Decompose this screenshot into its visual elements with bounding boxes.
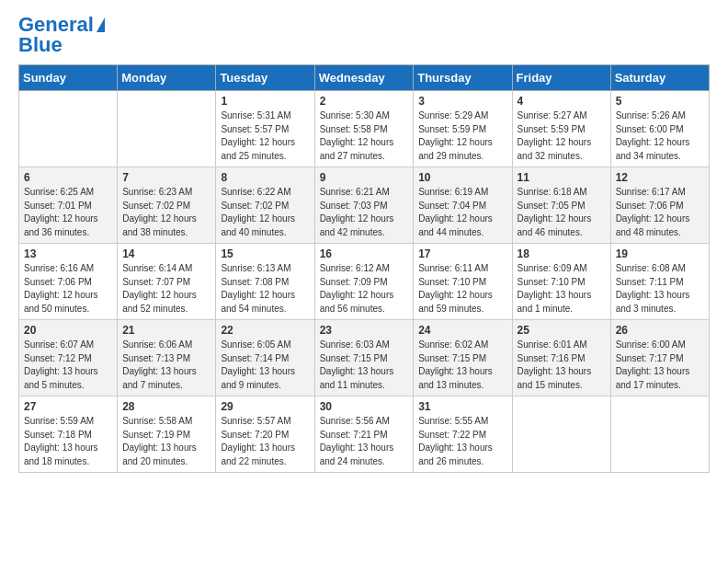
day-number: 26	[616, 324, 704, 337]
calendar-cell: 22Sunrise: 6:05 AM Sunset: 7:14 PM Dayli…	[216, 320, 314, 396]
day-number: 30	[320, 400, 409, 413]
calendar-cell: 19Sunrise: 6:08 AM Sunset: 7:11 PM Dayli…	[610, 244, 709, 320]
calendar-cell: 7Sunrise: 6:23 AM Sunset: 7:02 PM Daylig…	[118, 167, 216, 244]
day-number: 15	[221, 247, 309, 260]
calendar-cell: 16Sunrise: 6:12 AM Sunset: 7:09 PM Dayli…	[314, 244, 414, 320]
calendar-cell: 28Sunrise: 5:58 AM Sunset: 7:19 PM Dayli…	[118, 396, 216, 473]
calendar-week-row: 1Sunrise: 5:31 AM Sunset: 5:57 PM Daylig…	[19, 91, 710, 167]
calendar-cell: 13Sunrise: 6:16 AM Sunset: 7:06 PM Dayli…	[19, 244, 118, 320]
day-number: 10	[418, 171, 506, 184]
day-info: Sunrise: 5:58 AM Sunset: 7:19 PM Dayligh…	[122, 415, 210, 468]
calendar-cell: 3Sunrise: 5:29 AM Sunset: 5:59 PM Daylig…	[414, 91, 512, 167]
day-info: Sunrise: 6:05 AM Sunset: 7:14 PM Dayligh…	[221, 339, 309, 392]
day-info: Sunrise: 6:16 AM Sunset: 7:06 PM Dayligh…	[24, 262, 112, 316]
calendar-cell: 30Sunrise: 5:56 AM Sunset: 7:21 PM Dayli…	[314, 396, 414, 473]
calendar-cell: 1Sunrise: 5:31 AM Sunset: 5:57 PM Daylig…	[216, 91, 314, 167]
day-number: 20	[24, 324, 112, 337]
calendar-cell: 4Sunrise: 5:27 AM Sunset: 5:59 PM Daylig…	[512, 91, 610, 167]
day-info: Sunrise: 5:55 AM Sunset: 7:22 PM Dayligh…	[418, 415, 506, 468]
day-number: 28	[122, 400, 210, 413]
calendar-cell: 8Sunrise: 6:22 AM Sunset: 7:02 PM Daylig…	[216, 167, 314, 244]
calendar-week-row: 27Sunrise: 5:59 AM Sunset: 7:18 PM Dayli…	[19, 396, 710, 473]
day-info: Sunrise: 6:13 AM Sunset: 7:08 PM Dayligh…	[221, 262, 309, 316]
logo-triangle-icon	[97, 17, 105, 32]
day-number: 17	[418, 247, 506, 260]
day-number: 3	[418, 95, 506, 108]
calendar-cell: 10Sunrise: 6:19 AM Sunset: 7:04 PM Dayli…	[414, 167, 512, 244]
calendar-cell	[118, 91, 216, 167]
day-info: Sunrise: 6:09 AM Sunset: 7:10 PM Dayligh…	[518, 262, 606, 316]
calendar-cell: 12Sunrise: 6:17 AM Sunset: 7:06 PM Dayli…	[610, 167, 709, 244]
weekday-header-saturday: Saturday	[610, 65, 709, 91]
calendar-cell: 5Sunrise: 5:26 AM Sunset: 6:00 PM Daylig…	[610, 91, 709, 167]
day-info: Sunrise: 6:21 AM Sunset: 7:03 PM Dayligh…	[320, 186, 409, 239]
day-info: Sunrise: 6:12 AM Sunset: 7:09 PM Dayligh…	[320, 262, 409, 316]
weekday-header-thursday: Thursday	[414, 65, 512, 91]
day-info: Sunrise: 6:07 AM Sunset: 7:12 PM Dayligh…	[24, 339, 112, 392]
day-number: 21	[122, 324, 210, 337]
day-number: 14	[122, 247, 210, 260]
day-info: Sunrise: 5:30 AM Sunset: 5:58 PM Dayligh…	[320, 109, 409, 163]
day-info: Sunrise: 6:06 AM Sunset: 7:13 PM Dayligh…	[122, 339, 210, 392]
calendar-week-row: 13Sunrise: 6:16 AM Sunset: 7:06 PM Dayli…	[19, 244, 710, 320]
logo-general-text: General	[18, 15, 94, 35]
day-info: Sunrise: 6:18 AM Sunset: 7:05 PM Dayligh…	[518, 186, 606, 239]
calendar-table: SundayMondayTuesdayWednesdayThursdayFrid…	[18, 64, 710, 473]
day-number: 1	[221, 95, 309, 108]
day-info: Sunrise: 6:11 AM Sunset: 7:10 PM Dayligh…	[418, 262, 506, 316]
calendar-cell	[512, 396, 610, 473]
day-info: Sunrise: 6:00 AM Sunset: 7:17 PM Dayligh…	[616, 339, 704, 392]
day-info: Sunrise: 5:57 AM Sunset: 7:20 PM Dayligh…	[221, 415, 309, 468]
day-info: Sunrise: 6:17 AM Sunset: 7:06 PM Dayligh…	[616, 186, 704, 239]
day-number: 8	[221, 171, 309, 184]
weekday-header-sunday: Sunday	[19, 65, 118, 91]
calendar-cell: 23Sunrise: 6:03 AM Sunset: 7:15 PM Dayli…	[314, 320, 414, 396]
calendar-cell: 11Sunrise: 6:18 AM Sunset: 7:05 PM Dayli…	[512, 167, 610, 244]
day-number: 19	[616, 247, 704, 260]
day-number: 5	[616, 95, 704, 108]
day-number: 22	[221, 324, 309, 337]
calendar-cell: 20Sunrise: 6:07 AM Sunset: 7:12 PM Dayli…	[19, 320, 118, 396]
calendar-cell: 18Sunrise: 6:09 AM Sunset: 7:10 PM Dayli…	[512, 244, 610, 320]
day-info: Sunrise: 6:08 AM Sunset: 7:11 PM Dayligh…	[616, 262, 704, 316]
day-info: Sunrise: 6:22 AM Sunset: 7:02 PM Dayligh…	[221, 186, 309, 239]
day-number: 11	[518, 171, 606, 184]
day-info: Sunrise: 6:25 AM Sunset: 7:01 PM Dayligh…	[24, 186, 112, 239]
logo-blue-text: Blue	[18, 33, 63, 56]
day-info: Sunrise: 6:23 AM Sunset: 7:02 PM Dayligh…	[122, 186, 210, 239]
day-info: Sunrise: 5:31 AM Sunset: 5:57 PM Dayligh…	[221, 109, 309, 163]
day-number: 12	[616, 171, 704, 184]
weekday-header-wednesday: Wednesday	[314, 65, 414, 91]
day-number: 6	[24, 171, 112, 184]
calendar-cell: 24Sunrise: 6:02 AM Sunset: 7:15 PM Dayli…	[414, 320, 512, 396]
calendar-cell: 6Sunrise: 6:25 AM Sunset: 7:01 PM Daylig…	[19, 167, 118, 244]
day-info: Sunrise: 5:29 AM Sunset: 5:59 PM Dayligh…	[418, 109, 506, 163]
day-number: 29	[221, 400, 309, 413]
header: General Blue	[18, 15, 710, 55]
day-info: Sunrise: 5:26 AM Sunset: 6:00 PM Dayligh…	[616, 109, 704, 163]
calendar-cell: 29Sunrise: 5:57 AM Sunset: 7:20 PM Dayli…	[216, 396, 314, 473]
calendar-header-row: SundayMondayTuesdayWednesdayThursdayFrid…	[19, 65, 710, 91]
day-number: 24	[418, 324, 506, 337]
weekday-header-friday: Friday	[512, 65, 610, 91]
calendar-cell	[19, 91, 118, 167]
logo: General Blue	[18, 15, 105, 55]
day-info: Sunrise: 5:56 AM Sunset: 7:21 PM Dayligh…	[320, 415, 409, 468]
calendar-week-row: 6Sunrise: 6:25 AM Sunset: 7:01 PM Daylig…	[19, 167, 710, 244]
day-number: 27	[24, 400, 112, 413]
day-number: 2	[320, 95, 409, 108]
day-number: 18	[518, 247, 606, 260]
calendar-cell: 9Sunrise: 6:21 AM Sunset: 7:03 PM Daylig…	[314, 167, 414, 244]
calendar-cell: 26Sunrise: 6:00 AM Sunset: 7:17 PM Dayli…	[610, 320, 709, 396]
day-info: Sunrise: 6:19 AM Sunset: 7:04 PM Dayligh…	[418, 186, 506, 239]
day-number: 9	[320, 171, 409, 184]
day-number: 23	[320, 324, 409, 337]
day-number: 16	[320, 247, 409, 260]
day-info: Sunrise: 6:01 AM Sunset: 7:16 PM Dayligh…	[518, 339, 606, 392]
calendar-cell: 27Sunrise: 5:59 AM Sunset: 7:18 PM Dayli…	[19, 396, 118, 473]
day-number: 25	[518, 324, 606, 337]
day-info: Sunrise: 6:14 AM Sunset: 7:07 PM Dayligh…	[122, 262, 210, 316]
weekday-header-monday: Monday	[118, 65, 216, 91]
calendar-cell: 31Sunrise: 5:55 AM Sunset: 7:22 PM Dayli…	[414, 396, 512, 473]
calendar-week-row: 20Sunrise: 6:07 AM Sunset: 7:12 PM Dayli…	[19, 320, 710, 396]
